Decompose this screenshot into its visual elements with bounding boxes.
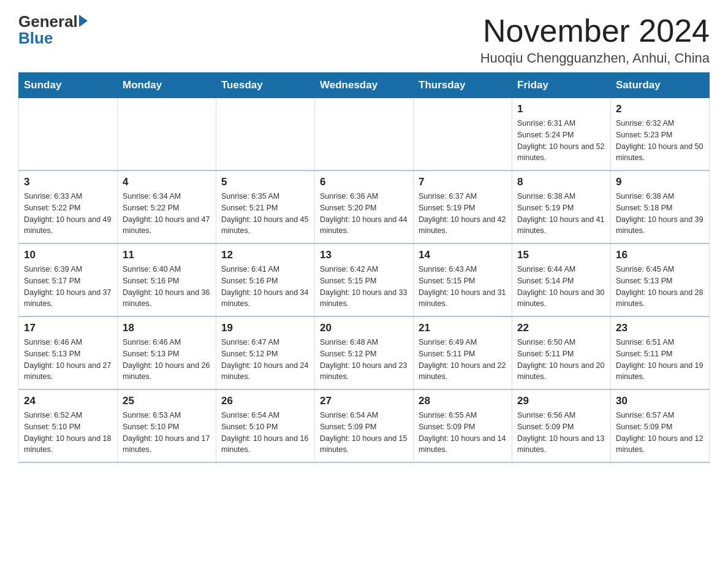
header-friday: Friday: [512, 73, 611, 98]
header-monday: Monday: [118, 73, 216, 98]
header-tuesday: Tuesday: [216, 73, 315, 98]
day-number: 26: [221, 395, 309, 407]
day-info: Sunrise: 6:31 AMSunset: 5:24 PMDaylight:…: [517, 118, 605, 164]
day-info: Sunrise: 6:49 AMSunset: 5:11 PMDaylight:…: [419, 337, 507, 383]
calendar-week-5: 24Sunrise: 6:52 AMSunset: 5:10 PMDayligh…: [19, 389, 710, 462]
day-number: 5: [221, 176, 309, 188]
day-number: 1: [517, 103, 605, 115]
day-number: 11: [123, 249, 211, 261]
calendar-cell: 15Sunrise: 6:44 AMSunset: 5:14 PMDayligh…: [512, 243, 611, 316]
calendar-cell: 27Sunrise: 6:54 AMSunset: 5:09 PMDayligh…: [315, 389, 414, 462]
header-sunday: Sunday: [19, 73, 118, 98]
calendar-cell: 17Sunrise: 6:46 AMSunset: 5:13 PMDayligh…: [19, 316, 118, 389]
day-number: 6: [320, 176, 408, 188]
day-number: 14: [419, 249, 507, 261]
day-number: 28: [419, 395, 507, 407]
day-info: Sunrise: 6:45 AMSunset: 5:13 PMDaylight:…: [616, 264, 704, 310]
day-info: Sunrise: 6:53 AMSunset: 5:10 PMDaylight:…: [123, 410, 211, 456]
calendar-cell: [216, 98, 315, 171]
location-title: Huoqiu Chengguanzhen, Anhui, China: [480, 50, 710, 66]
day-number: 18: [123, 322, 211, 334]
day-number: 12: [221, 249, 309, 261]
day-info: Sunrise: 6:55 AMSunset: 5:09 PMDaylight:…: [419, 410, 507, 456]
calendar-cell: [118, 98, 216, 171]
calendar-cell: 13Sunrise: 6:42 AMSunset: 5:15 PMDayligh…: [315, 243, 414, 316]
day-info: Sunrise: 6:37 AMSunset: 5:19 PMDaylight:…: [419, 191, 507, 237]
calendar-cell: 6Sunrise: 6:36 AMSunset: 5:20 PMDaylight…: [315, 170, 414, 243]
day-number: 30: [616, 395, 704, 407]
calendar-cell: 21Sunrise: 6:49 AMSunset: 5:11 PMDayligh…: [414, 316, 512, 389]
logo-blue-text: Blue: [18, 29, 88, 48]
calendar-cell: 18Sunrise: 6:46 AMSunset: 5:13 PMDayligh…: [118, 316, 216, 389]
day-info: Sunrise: 6:42 AMSunset: 5:15 PMDaylight:…: [320, 264, 408, 310]
page-header: General Blue November 2024 Huoqiu Chengg…: [18, 12, 710, 66]
calendar-week-3: 10Sunrise: 6:39 AMSunset: 5:17 PMDayligh…: [19, 243, 710, 316]
day-info: Sunrise: 6:43 AMSunset: 5:15 PMDaylight:…: [419, 264, 507, 310]
header-saturday: Saturday: [611, 73, 710, 98]
calendar-cell: 11Sunrise: 6:40 AMSunset: 5:16 PMDayligh…: [118, 243, 216, 316]
calendar-cell: 9Sunrise: 6:38 AMSunset: 5:18 PMDaylight…: [611, 170, 710, 243]
day-number: 25: [123, 395, 211, 407]
day-info: Sunrise: 6:52 AMSunset: 5:10 PMDaylight:…: [24, 410, 112, 456]
calendar-cell: 20Sunrise: 6:48 AMSunset: 5:12 PMDayligh…: [315, 316, 414, 389]
header-thursday: Thursday: [414, 73, 512, 98]
calendar-cell: 22Sunrise: 6:50 AMSunset: 5:11 PMDayligh…: [512, 316, 611, 389]
day-number: 21: [419, 322, 507, 334]
day-number: 15: [517, 249, 605, 261]
calendar-cell: [414, 98, 512, 171]
day-info: Sunrise: 6:34 AMSunset: 5:22 PMDaylight:…: [123, 191, 211, 237]
day-number: 24: [24, 395, 112, 407]
calendar-cell: 7Sunrise: 6:37 AMSunset: 5:19 PMDaylight…: [414, 170, 512, 243]
header-wednesday: Wednesday: [315, 73, 414, 98]
day-info: Sunrise: 6:38 AMSunset: 5:19 PMDaylight:…: [517, 191, 605, 237]
calendar-cell: 23Sunrise: 6:51 AMSunset: 5:11 PMDayligh…: [611, 316, 710, 389]
day-number: 19: [221, 322, 309, 334]
calendar-cell: 4Sunrise: 6:34 AMSunset: 5:22 PMDaylight…: [118, 170, 216, 243]
calendar-cell: 1Sunrise: 6:31 AMSunset: 5:24 PMDaylight…: [512, 98, 611, 171]
calendar-cell: 26Sunrise: 6:54 AMSunset: 5:10 PMDayligh…: [216, 389, 315, 462]
day-number: 17: [24, 322, 112, 334]
day-info: Sunrise: 6:54 AMSunset: 5:09 PMDaylight:…: [320, 410, 408, 456]
day-number: 2: [616, 103, 704, 115]
calendar-cell: [19, 98, 118, 171]
day-number: 10: [24, 249, 112, 261]
calendar-week-4: 17Sunrise: 6:46 AMSunset: 5:13 PMDayligh…: [19, 316, 710, 389]
calendar-cell: 30Sunrise: 6:57 AMSunset: 5:09 PMDayligh…: [611, 389, 710, 462]
day-info: Sunrise: 6:50 AMSunset: 5:11 PMDaylight:…: [517, 337, 605, 383]
day-info: Sunrise: 6:40 AMSunset: 5:16 PMDaylight:…: [123, 264, 211, 310]
day-info: Sunrise: 6:57 AMSunset: 5:09 PMDaylight:…: [616, 410, 704, 456]
day-info: Sunrise: 6:47 AMSunset: 5:12 PMDaylight:…: [221, 337, 309, 383]
day-number: 9: [616, 176, 704, 188]
day-number: 22: [517, 322, 605, 334]
day-info: Sunrise: 6:44 AMSunset: 5:14 PMDaylight:…: [517, 264, 605, 310]
day-number: 3: [24, 176, 112, 188]
calendar-cell: 16Sunrise: 6:45 AMSunset: 5:13 PMDayligh…: [611, 243, 710, 316]
calendar-cell: 3Sunrise: 6:33 AMSunset: 5:22 PMDaylight…: [19, 170, 118, 243]
calendar-table: SundayMondayTuesdayWednesdayThursdayFrid…: [18, 72, 710, 463]
day-number: 7: [419, 176, 507, 188]
logo: General Blue: [18, 12, 88, 48]
day-info: Sunrise: 6:56 AMSunset: 5:09 PMDaylight:…: [517, 410, 605, 456]
calendar-cell: 29Sunrise: 6:56 AMSunset: 5:09 PMDayligh…: [512, 389, 611, 462]
day-number: 13: [320, 249, 408, 261]
day-number: 8: [517, 176, 605, 188]
day-number: 16: [616, 249, 704, 261]
day-number: 4: [123, 176, 211, 188]
calendar-cell: 10Sunrise: 6:39 AMSunset: 5:17 PMDayligh…: [19, 243, 118, 316]
day-info: Sunrise: 6:51 AMSunset: 5:11 PMDaylight:…: [616, 337, 704, 383]
day-info: Sunrise: 6:33 AMSunset: 5:22 PMDaylight:…: [24, 191, 112, 237]
calendar-cell: 25Sunrise: 6:53 AMSunset: 5:10 PMDayligh…: [118, 389, 216, 462]
day-number: 23: [616, 322, 704, 334]
calendar-cell: 14Sunrise: 6:43 AMSunset: 5:15 PMDayligh…: [414, 243, 512, 316]
day-number: 20: [320, 322, 408, 334]
calendar-cell: 28Sunrise: 6:55 AMSunset: 5:09 PMDayligh…: [414, 389, 512, 462]
day-info: Sunrise: 6:36 AMSunset: 5:20 PMDaylight:…: [320, 191, 408, 237]
day-info: Sunrise: 6:48 AMSunset: 5:12 PMDaylight:…: [320, 337, 408, 383]
title-block: November 2024 Huoqiu Chengguanzhen, Anhu…: [480, 12, 710, 66]
day-info: Sunrise: 6:54 AMSunset: 5:10 PMDaylight:…: [221, 410, 309, 456]
calendar-cell: 2Sunrise: 6:32 AMSunset: 5:23 PMDaylight…: [611, 98, 710, 171]
calendar-week-1: 1Sunrise: 6:31 AMSunset: 5:24 PMDaylight…: [19, 98, 710, 171]
day-info: Sunrise: 6:46 AMSunset: 5:13 PMDaylight:…: [24, 337, 112, 383]
calendar-cell: [315, 98, 414, 171]
day-info: Sunrise: 6:38 AMSunset: 5:18 PMDaylight:…: [616, 191, 704, 237]
